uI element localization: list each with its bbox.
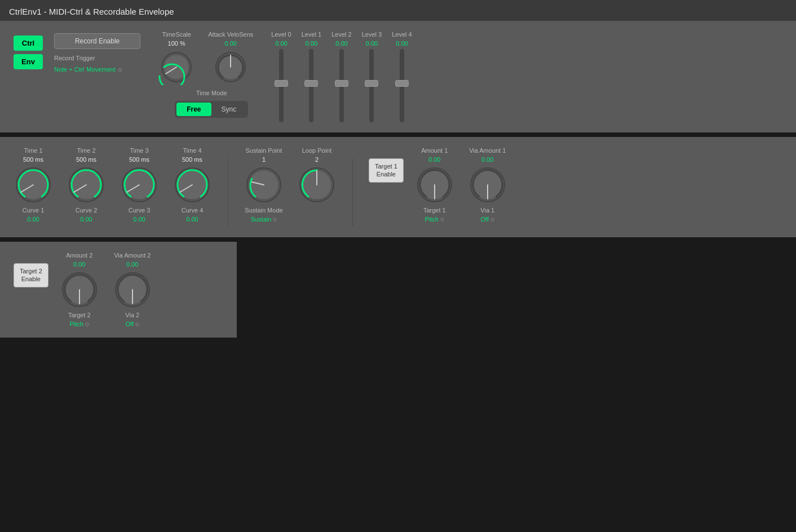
sustain-mode-value[interactable]: Sustain — [251, 216, 272, 223]
level0-fader: Level 0 0.00 — [271, 31, 291, 122]
time1-knob[interactable] — [14, 165, 53, 205]
target2-enable-section: Target 2 Enable — [14, 252, 48, 287]
via-amount2-container: Via Amount 2 0.00 Via 2 Off ◇ — [113, 252, 152, 327]
level4-thumb[interactable] — [395, 80, 409, 87]
level2-thumb[interactable] — [335, 80, 348, 87]
via-amount1-container: Via Amount 1 0.00 Via 1 Off ◇ — [468, 147, 507, 223]
time1-container: Time 1 500 ms Curve 1 0.00 — [14, 147, 53, 223]
ctrl-env-buttons: Ctrl Env — [14, 36, 43, 69]
time-mode-buttons: Free Sync — [175, 101, 248, 118]
loop-point-container: Loop Point 2 — [297, 147, 337, 227]
sustain-mode-arrow: ◇ — [273, 216, 277, 222]
target2-value[interactable]: Pitch — [70, 321, 83, 327]
attack-knob-container: Attack VeloSens 0.00 — [208, 31, 253, 85]
level1-thumb[interactable] — [304, 80, 318, 87]
via2-value[interactable]: Off — [126, 321, 134, 327]
amount1-container: Amount 1 0.00 Target 1 Pitch ◇ — [415, 147, 454, 223]
amount1-section: Amount 1 0.00 Target 1 Pitch ◇ Via Amoun… — [415, 147, 507, 223]
level2-track[interactable] — [339, 49, 344, 122]
time4-container: Time 4 500 ms Curve 4 0.00 — [173, 147, 212, 223]
time-mode-label: Time Mode — [196, 90, 227, 96]
time2-knob[interactable] — [67, 165, 106, 205]
top-panel: Ctrl Env Record Enable Record Trigger No… — [0, 21, 796, 132]
sustain-loop-section: Sustain Point 1 Sustain Mode Sustain ◇ L… — [244, 147, 337, 227]
level3-thumb[interactable] — [365, 80, 378, 87]
time-mode-section: Time Mode Free Sync — [170, 90, 253, 118]
level0-track[interactable] — [279, 49, 284, 122]
via1-arrow: ◇ — [490, 216, 494, 222]
level3-fader: Level 3 0.00 — [362, 31, 382, 122]
sustain-point-container: Sustain Point 1 Sustain Mode Sustain ◇ — [244, 147, 284, 223]
via1-value[interactable]: Off — [481, 216, 489, 223]
timescale-label: TimeScale — [162, 31, 191, 38]
levels-section: Level 0 0.00 Level 1 0.00 Level 2 0.00 L… — [271, 31, 412, 122]
sustain-point-knob[interactable] — [244, 165, 284, 205]
level0-thumb[interactable] — [275, 80, 288, 87]
amount2-knob[interactable] — [60, 270, 99, 309]
record-trigger-section: Record Trigger Note + Ctrl Movement ◇ — [54, 55, 122, 74]
via-amount1-knob[interactable] — [468, 165, 507, 205]
time-knobs-section: Time 1 500 ms Curve 1 0.00 Time 2 500 ms — [14, 147, 212, 223]
target1-enable-section: Target 1 Enable — [369, 147, 404, 183]
level1-fader: Level 1 0.00 — [302, 31, 321, 122]
ctrl-button[interactable]: Ctrl — [14, 36, 43, 51]
target2-enable-button[interactable]: Target 2 Enable — [14, 263, 48, 287]
level4-fader: Level 4 0.00 — [392, 31, 412, 122]
amount2-container: Amount 2 0.00 Target 2 Pitch ◇ — [60, 252, 99, 327]
via-amount2-knob[interactable] — [113, 270, 152, 309]
via2-arrow: ◇ — [135, 321, 139, 327]
time3-knob[interactable] — [120, 165, 159, 205]
target1-arrow: ◇ — [440, 216, 444, 222]
sync-button[interactable]: Sync — [211, 103, 247, 116]
target1-value[interactable]: Pitch — [425, 216, 439, 223]
record-enable-button[interactable]: Record Enable — [54, 33, 140, 49]
level2-fader: Level 2 0.00 — [331, 31, 351, 122]
target2-arrow: ◇ — [85, 321, 89, 327]
page-title: CtrlEnv1 - MIDI-Ctrl & Recordable Envelo… — [0, 0, 796, 21]
timescale-knob-container: TimeScale 100 % — [158, 31, 194, 85]
vsep2 — [352, 158, 353, 226]
level3-track[interactable] — [369, 49, 374, 122]
timescale-value: 100 % — [168, 40, 185, 47]
level1-track[interactable] — [309, 49, 313, 122]
bot-panel: Target 2 Enable Amount 2 0.00 Target 2 P… — [0, 242, 237, 338]
attack-value: 0.00 — [225, 40, 237, 47]
mid-panel: Time 1 500 ms Curve 1 0.00 Time 2 500 ms — [0, 137, 796, 237]
record-trigger-label: Record Trigger — [54, 55, 122, 61]
attack-knob[interactable] — [213, 49, 249, 85]
env-button[interactable]: Env — [14, 54, 43, 69]
vsep1 — [228, 158, 228, 226]
free-button[interactable]: Free — [176, 103, 211, 116]
amount2-section: Amount 2 0.00 Target 2 Pitch ◇ Via Amoun… — [60, 252, 152, 327]
timescale-knob[interactable] — [158, 49, 194, 85]
loop-point-knob[interactable] — [297, 165, 337, 205]
time2-container: Time 2 500 ms Curve 2 0.00 — [67, 147, 106, 223]
attack-label: Attack VeloSens — [208, 31, 253, 38]
time3-container: Time 3 500 ms Curve 3 0.00 — [120, 147, 159, 223]
target1-enable-button[interactable]: Target 1 Enable — [369, 158, 404, 183]
time4-knob[interactable] — [173, 165, 212, 205]
amount1-knob[interactable] — [415, 165, 454, 205]
level4-track[interactable] — [400, 49, 404, 122]
record-trigger-value[interactable]: Note + Ctrl Movement ◇ — [54, 64, 122, 74]
